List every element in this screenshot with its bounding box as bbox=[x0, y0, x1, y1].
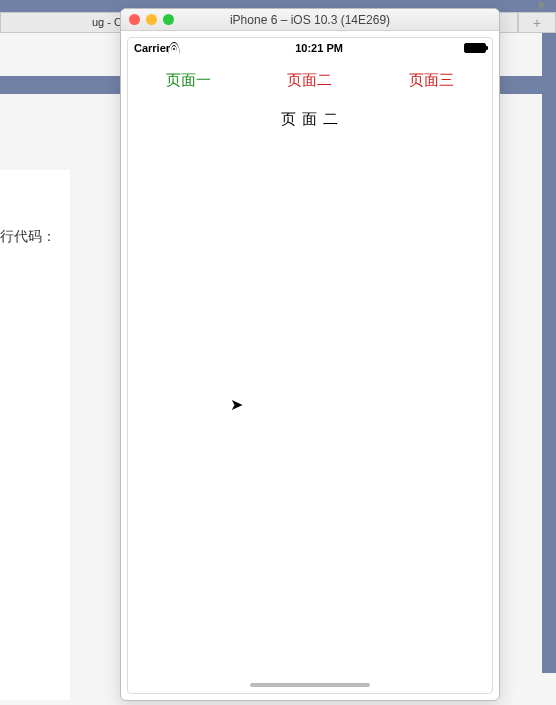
simulator-window: iPhone 6 – iOS 10.3 (14E269) Carrier 10:… bbox=[120, 8, 500, 701]
simulator-titlebar[interactable]: iPhone 6 – iOS 10.3 (14E269) bbox=[121, 9, 499, 31]
carrier-label: Carrier bbox=[134, 42, 170, 54]
bg-text: 行代码： bbox=[0, 228, 56, 246]
tab-row: 页面一 页面二 页面三 bbox=[128, 58, 492, 102]
tab-page-2[interactable]: 页面二 bbox=[249, 58, 370, 102]
minimize-icon[interactable] bbox=[146, 14, 157, 25]
bg-content-block bbox=[0, 170, 70, 700]
add-tab-button[interactable]: + bbox=[518, 12, 556, 33]
status-time: 10:21 PM bbox=[295, 42, 343, 54]
maximize-icon[interactable] bbox=[163, 14, 174, 25]
plus-icon: + bbox=[533, 15, 541, 31]
battery-icon bbox=[464, 43, 486, 53]
tab-page-3[interactable]: 页面三 bbox=[371, 58, 492, 102]
status-bar: Carrier 10:21 PM bbox=[128, 38, 492, 58]
page-content-label: 页 面 二 bbox=[128, 102, 492, 137]
home-indicator bbox=[250, 683, 370, 687]
traffic-lights bbox=[129, 14, 174, 25]
tab-page-1[interactable]: 页面一 bbox=[128, 58, 249, 102]
bg-band-right bbox=[542, 33, 556, 673]
status-left: Carrier bbox=[134, 42, 174, 54]
device-frame: Carrier 10:21 PM 页面一 页面二 页面三 页 面 二 bbox=[127, 37, 493, 694]
play-icon bbox=[539, 0, 546, 10]
close-icon[interactable] bbox=[129, 14, 140, 25]
simulator-title: iPhone 6 – iOS 10.3 (14E269) bbox=[121, 13, 499, 27]
